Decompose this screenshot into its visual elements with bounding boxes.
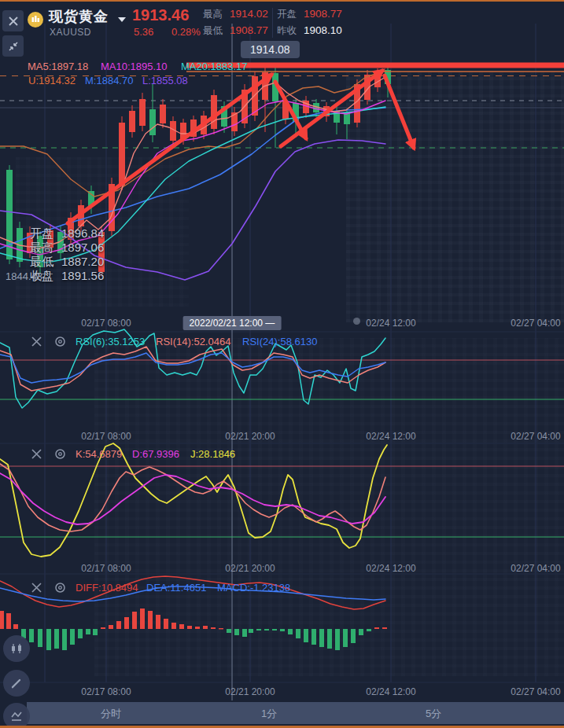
kdj-x-axis: 02/17 08:00 02/21 20:00 02/24 12:00 02/2… (0, 561, 564, 575)
x-tick: 02/24 12:00 (366, 431, 415, 442)
draw-tool-button[interactable] (3, 670, 30, 697)
trading-app-window: 现货黄金 XAUUSD 1913.46 5.36 0.28% 最高1914.02… (0, 0, 564, 728)
x-tick: 02/21 20:00 (225, 431, 275, 442)
tooltip-row: 最低1887.20 (30, 255, 104, 269)
candlestick-tool-button[interactable] (3, 635, 30, 662)
settings-icon[interactable] (54, 448, 66, 463)
close-chart-button[interactable] (2, 10, 24, 31)
last-price: 1913.46 (132, 6, 189, 24)
boll-legend: U:1914.32 M:1884.70 L:1855.08 (0, 75, 564, 87)
x-tick: 02/24 12:00 (366, 686, 415, 697)
y-axis-min-label: 1844.43 (6, 270, 42, 282)
x-tick: 02/27 04:00 (511, 318, 560, 329)
indicator-icon (9, 709, 24, 723)
price-change: 5.36 (134, 26, 153, 38)
boll-upper-label: U:1914.32 (28, 75, 76, 86)
x-tick: 02/17 08:00 (81, 563, 131, 574)
candlestick-icon (9, 642, 24, 656)
header: 现货黄金 XAUUSD 1913.46 5.36 0.28% 最高1914.02… (0, 2, 564, 42)
x-tick: 02/21 20:00 (225, 563, 275, 574)
rsi14-value: RSI(14):52.0464 (156, 336, 230, 347)
diff-value: DIFF:10.8494 (76, 582, 138, 594)
grid (0, 24, 564, 700)
x-tick: 02/17 08:00 (81, 318, 131, 329)
tooltip-row: 最高1897.06 (30, 241, 104, 255)
collapse-arrows-icon (7, 40, 20, 53)
header-divider (272, 8, 273, 38)
main-x-axis: 02/17 08:00 2022/02/21 12:00 — 02/24 12:… (0, 316, 564, 330)
tooltip-row: 开盘1896.84 (30, 226, 104, 241)
rsi24-value: RSI(24):58.6130 (242, 336, 317, 347)
collapse-button[interactable] (2, 35, 24, 57)
settings-icon[interactable] (54, 582, 66, 597)
ma10-label: MA10:1895.10 (101, 61, 168, 72)
boll-lower-label: L:1855.08 (142, 75, 188, 86)
x-tick: 02/24 12:00 (366, 563, 415, 574)
macd-panel-header: DIFF:10.8494 DEA:11.4651 MACD:-1.23138 (0, 582, 564, 596)
x-tick: 02/21 20:00 (225, 686, 275, 697)
price-level-tag: 1914.08 (241, 41, 300, 58)
tab-5min[interactable]: 5分 (426, 707, 441, 721)
macd-x-axis: 02/17 08:00 02/21 20:00 02/24 12:00 02/2… (0, 685, 564, 699)
dea-value: DEA:11.4651 (146, 582, 206, 594)
ma-legend: MA5:1897.18 MA10:1895.10 MA20:1883.17 (0, 61, 564, 73)
indicator-tool-button[interactable] (3, 703, 30, 728)
timeframe-tab-bar: 分时 1分 5分 (27, 702, 564, 724)
x-tick: 02/17 08:00 (81, 686, 131, 697)
close-icon (8, 16, 19, 27)
symbol-code: XAUUSD (50, 27, 91, 38)
k-value: K:54.6879 (76, 448, 122, 460)
stat-open: 开盘1908.77 (277, 8, 342, 21)
ma5-label: MA5:1897.18 (28, 61, 88, 72)
rsi-x-axis: 02/17 08:00 02/21 20:00 02/24 12:00 02/2… (0, 429, 564, 443)
settings-icon[interactable] (54, 336, 66, 351)
rsi6-value: RSI(6):35.1253 (76, 336, 145, 347)
price-change-percent: 0.28% (171, 26, 201, 38)
close-icon[interactable] (31, 336, 42, 351)
charts-canvas[interactable] (0, 0, 564, 728)
gold-coin-icon (27, 11, 44, 31)
d-value: D:67.9396 (132, 448, 179, 460)
chevron-down-icon[interactable] (118, 17, 126, 22)
ma20-label: MA20:1883.17 (181, 61, 248, 72)
pencil-icon (9, 676, 24, 690)
x-tick: 02/24 12:00 (366, 318, 415, 329)
j-value: J:28.1846 (190, 448, 235, 460)
close-icon[interactable] (31, 582, 42, 597)
axis-drag-handle[interactable] (353, 318, 360, 325)
x-tick: 02/27 04:00 (511, 563, 560, 574)
crosshair-date-tooltip: 2022/02/21 12:00 — (183, 316, 282, 330)
tab-1min[interactable]: 1分 (261, 707, 277, 721)
x-tick: 02/27 04:00 (511, 431, 560, 442)
rsi-panel-header: RSI(6):35.1253 RSI(14):52.0464 RSI(24):5… (0, 336, 564, 350)
symbol-name[interactable]: 现货黄金 (49, 7, 109, 26)
stat-prev-close: 昨收1908.10 (277, 24, 342, 38)
boll-mid-label: M:1884.70 (85, 75, 133, 86)
macd-value: MACD:-1.23138 (217, 582, 290, 594)
stat-low: 最低1908.77 (203, 24, 268, 38)
x-tick: 02/27 04:00 (511, 686, 560, 697)
stat-high: 最高1914.02 (203, 8, 268, 21)
top-accent-line (0, 0, 564, 2)
tab-time-share[interactable]: 分时 (101, 707, 121, 721)
close-icon[interactable] (31, 448, 42, 463)
kdj-panel-header: K:54.6879 D:67.9396 J:28.1846 (0, 448, 564, 462)
x-tick: 02/17 08:00 (81, 431, 131, 442)
